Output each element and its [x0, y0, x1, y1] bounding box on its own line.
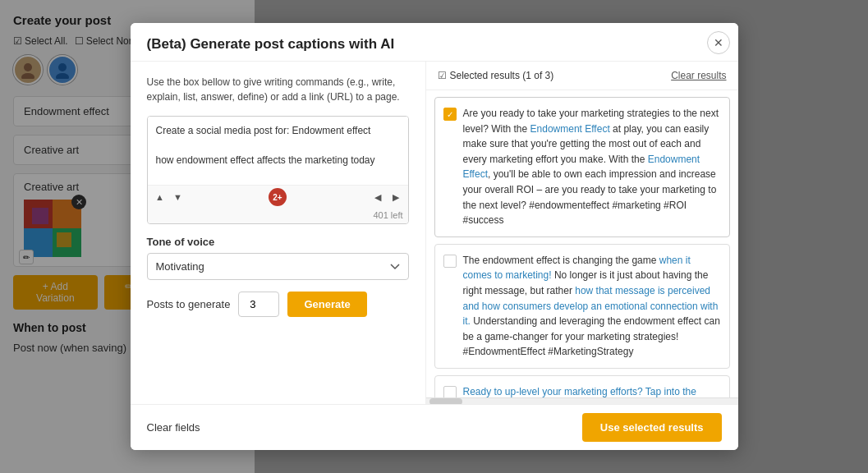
modal-footer: Clear fields Use selected results: [131, 404, 738, 450]
generate-row: Posts to generate Generate: [147, 292, 409, 317]
highlight-5: Ready to up-level your marketing efforts…: [463, 386, 707, 397]
result-item-2: The endowment effect is changing the gam…: [434, 244, 730, 369]
result-item-1: Are you ready to take your marketing str…: [434, 97, 730, 237]
scroll-down-icon[interactable]: ▼: [171, 190, 186, 204]
results-title: ☑ Selected results (1 of 3): [438, 70, 554, 81]
result-text-3: Ready to up-level your marketing efforts…: [463, 384, 721, 397]
modal-header: (Beta) Generate post captions with AI ✕: [131, 23, 738, 62]
highlight-4: how that message is perceived and how co…: [463, 285, 719, 327]
modal-body: Use the box bellow to give writing comma…: [131, 62, 738, 404]
textarea-icons-right: ◀ ▶: [370, 190, 403, 204]
modal-left-panel: Use the box bellow to give writing comma…: [131, 62, 426, 404]
highlight-1: Endowment Effect: [530, 123, 610, 135]
tone-section: Tone of voice Motivating Professional Ca…: [147, 236, 409, 280]
result-text-1: Are you ready to take your marketing str…: [463, 106, 721, 228]
generate-button[interactable]: Generate: [287, 292, 366, 317]
result-checkbox-3[interactable]: [443, 386, 457, 397]
scroll-right-icon[interactable]: ▶: [388, 190, 403, 204]
modal-overlay: (Beta) Generate post captions with AI ✕ …: [0, 0, 868, 473]
modal-right-panel: ☑ Selected results (1 of 3) Clear result…: [426, 62, 738, 404]
result-checkbox-1[interactable]: [443, 108, 457, 121]
caption-textarea-wrapper: Create a social media post for: Endowmen…: [147, 116, 409, 224]
highlight-3: when it comes to marketing!: [463, 255, 691, 282]
textarea-toolbar: ▲ ▼ 2+ ◀ ▶: [148, 185, 408, 209]
scroll-left-icon[interactable]: ◀: [370, 190, 385, 204]
clear-results-button[interactable]: Clear results: [671, 70, 726, 81]
horizontal-scrollbar[interactable]: [426, 397, 738, 404]
tone-label: Tone of voice: [147, 236, 409, 248]
tone-select[interactable]: Motivating Professional Casual Friendly …: [147, 253, 409, 280]
clear-fields-button[interactable]: Clear fields: [147, 421, 200, 434]
caption-textarea[interactable]: Create a social media post for: Endowmen…: [148, 117, 408, 182]
ai-badge-label: 2+: [273, 193, 282, 202]
modal-title: (Beta) Generate post captions with AI: [147, 36, 722, 53]
ai-badge: 2+: [269, 188, 287, 206]
results-list: Are you ready to take your marketing str…: [426, 90, 738, 397]
posts-input[interactable]: [238, 292, 279, 317]
result-item-3: Ready to up-level your marketing efforts…: [434, 375, 730, 397]
modal-description: Use the box bellow to give writing comma…: [147, 75, 409, 104]
char-count: 401 left: [148, 209, 408, 223]
modal-close-button[interactable]: ✕: [707, 31, 730, 54]
highlight-2: Endowment Effect: [463, 154, 700, 181]
results-count: Selected results (1 of 3): [450, 70, 554, 81]
posts-label: Posts to generate: [147, 298, 231, 310]
scroll-up-icon[interactable]: ▲: [153, 190, 168, 204]
results-header: ☑ Selected results (1 of 3) Clear result…: [426, 62, 738, 90]
h-scroll-thumb[interactable]: [429, 398, 462, 404]
textarea-icons: ▲ ▼: [153, 190, 186, 204]
result-checkbox-2[interactable]: [443, 255, 457, 268]
selected-results-icon: ☑: [438, 70, 447, 81]
result-text-2: The endowment effect is changing the gam…: [463, 253, 721, 360]
use-selected-button[interactable]: Use selected results: [582, 413, 722, 442]
modal: (Beta) Generate post captions with AI ✕ …: [131, 23, 738, 450]
